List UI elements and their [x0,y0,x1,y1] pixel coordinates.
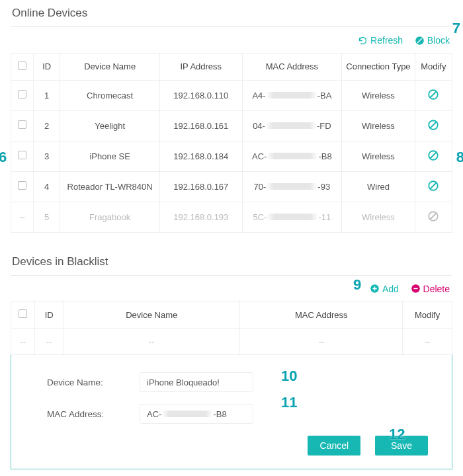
save-button[interactable]: Save [375,436,428,456]
online-devices-title: Online Devices [11,3,452,27]
block-device-icon[interactable] [427,119,439,131]
row-id: 1 [34,80,60,110]
row-mac: 5C--11 [242,202,342,232]
row-checkbox[interactable] [18,151,26,159]
mac-input-mask [161,411,213,417]
row-ip: 192.168.0.110 [159,80,242,110]
annotation-7: 7 [452,20,460,37]
row-name: Roteador TL-WR840N [60,171,160,202]
row-ip: 192.168.0.193 [159,202,242,232]
table-row: --5Fragabook192.168.0.1935C--11Wireless [11,202,452,232]
row-ip: 192.168.0.167 [159,171,242,202]
row-checkbox[interactable] [18,181,26,190]
blacklist-empty-row: -- -- -- -- -- [11,329,452,355]
delete-label: Delete [423,284,450,294]
annotation-8: 8 [456,149,463,166]
add-button[interactable]: Add [370,284,399,294]
row-mac: A4--BA [242,80,342,110]
add-label: Add [382,284,399,294]
cancel-button[interactable]: Cancel [308,436,360,456]
blacklist-table: ID Device Name MAC Address Modify -- -- … [11,301,452,355]
mac-address-label: MAC Address: [47,409,140,419]
row-conn: Wireless [342,110,415,141]
row-mac: 70--93 [242,171,342,202]
row-name: iPhone SE [60,141,160,171]
online-devices-table: ID Device Name IP Address MAC Address Co… [11,53,452,233]
block-icon [415,36,425,46]
refresh-icon [358,36,368,46]
row-checkbox[interactable] [18,120,26,129]
row-mac: 04--FD [242,110,342,141]
svg-line-5 [431,122,437,128]
row-conn: Wireless [342,80,415,110]
block-button[interactable]: Block [415,35,450,46]
block-device-icon[interactable] [427,89,439,100]
mac-input-suffix: -B8 [213,409,226,419]
refresh-button[interactable]: Refresh [358,35,403,46]
col-mac: MAC Address [242,53,342,80]
row-name: Yeelight [60,110,160,141]
col-mod: Modify [415,53,452,80]
blacklist-add-form: Device Name: MAC Address: AC- -B8 Cancel… [11,355,452,469]
blacklist-table-header: ID Device Name MAC Address Modify [11,301,452,329]
row-id: 5 [34,202,60,232]
row-id: 2 [34,110,60,141]
col-id: ID [34,53,60,80]
table-row: 2Yeelight192.168.0.16104--FDWireless [11,110,452,141]
online-table-header: ID Device Name IP Address MAC Address Co… [11,53,452,80]
row-checkbox[interactable] [18,90,26,99]
svg-line-7 [431,152,437,158]
table-row: 4Roteador TL-WR840N192.168.0.16770--93Wi… [11,171,452,202]
row-ip: 192.168.0.184 [159,141,242,171]
blacklist-toolbar: Add Delete [11,280,452,301]
select-all-checkbox[interactable] [18,61,26,70]
b-col-mod: Modify [403,301,452,329]
col-conn: Connection Type [342,53,415,80]
plus-icon [370,284,380,294]
row-ip: 192.168.0.161 [159,110,242,141]
block-label: Block [427,35,450,46]
mac-address-input[interactable]: AC- -B8 [140,404,253,424]
row-id: 4 [34,171,60,202]
svg-line-3 [431,91,437,97]
row-id: 3 [34,141,60,171]
row-conn: Wired [342,171,415,202]
block-device-icon [427,210,439,222]
annotation-6: 6 [0,149,7,166]
row-name: Chromecast [60,80,160,110]
col-name: Device Name [60,53,160,80]
row-conn: Wireless [342,202,415,232]
device-name-input[interactable] [140,372,253,392]
svg-line-11 [431,213,437,219]
row-mac: AC--B8 [242,141,342,171]
row-name: Fragabook [60,202,160,232]
block-device-icon[interactable] [427,180,439,192]
mac-input-prefix: AC- [147,409,161,419]
blacklist-select-all-checkbox[interactable] [19,309,27,318]
b-col-id: ID [35,301,63,329]
table-row: 3iPhone SE192.168.0.184AC--B8Wireless [11,141,452,171]
refresh-label: Refresh [370,35,403,46]
col-ip: IP Address [159,53,242,80]
b-col-mac: MAC Address [240,301,403,329]
row-conn: Wireless [342,141,415,171]
delete-button[interactable]: Delete [411,284,450,294]
blacklist-title: Devices in Blacklist [11,251,452,276]
block-device-icon[interactable] [427,149,439,161]
b-col-name: Device Name [63,301,240,329]
minus-icon [411,284,421,294]
online-toolbar: Refresh Block [11,31,452,53]
svg-line-9 [431,182,437,188]
table-row: 1Chromecast192.168.0.110A4--BAWireless [11,80,452,110]
device-name-label: Device Name: [47,377,140,387]
